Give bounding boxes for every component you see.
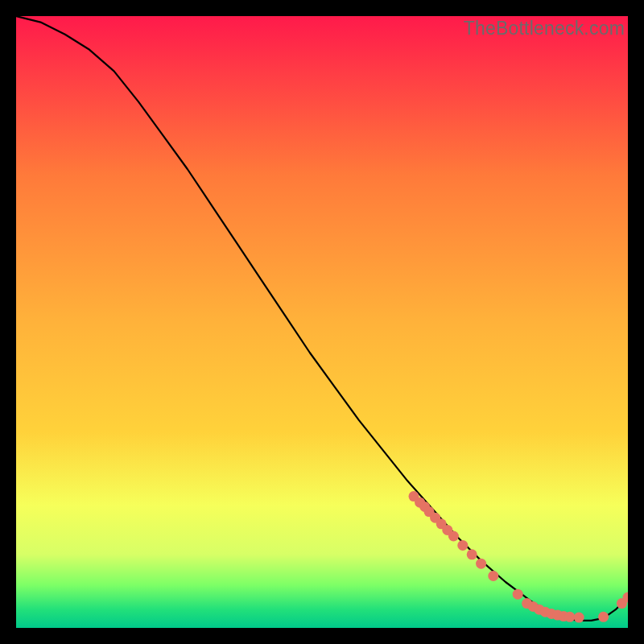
gradient-background <box>16 16 628 628</box>
data-marker <box>564 612 575 622</box>
data-marker <box>457 540 468 551</box>
data-marker <box>598 612 609 622</box>
data-marker <box>476 559 486 569</box>
data-marker <box>488 571 498 581</box>
chart-frame: TheBottleneck.com <box>16 16 628 628</box>
bottleneck-chart <box>16 16 628 628</box>
data-marker <box>448 531 459 542</box>
watermark-label: TheBottleneck.com <box>464 18 625 39</box>
data-marker <box>574 613 584 623</box>
data-marker <box>513 589 523 600</box>
data-marker <box>467 549 477 559</box>
